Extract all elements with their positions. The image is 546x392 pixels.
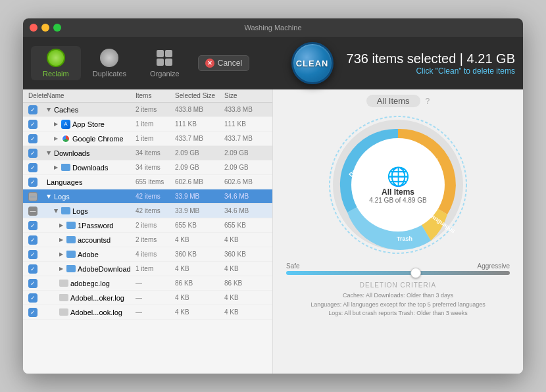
duplicates-label: Duplicates — [93, 70, 126, 78]
slider-track[interactable] — [286, 271, 510, 275]
expand-icon[interactable]: ▶ — [47, 151, 52, 155]
donut-chart: Caches Languages Downloads Trash 🌐 All I… — [326, 112, 470, 257]
row-items: 42 items — [136, 193, 175, 200]
row-checkbox[interactable]: — — [28, 192, 37, 201]
table-row[interactable]: — ▶ Logs 42 items 33.9 MB 34.6 MB — [23, 204, 272, 218]
row-checkbox-wrap: ✓ — [28, 134, 47, 143]
row-items: 42 items — [136, 207, 175, 214]
row-selsize: 2.09 GB — [175, 164, 224, 171]
row-size: 4 KB — [224, 294, 267, 301]
row-checkbox[interactable]: ✓ — [28, 134, 37, 143]
table-row[interactable]: ✓ Languages 655 items 602.6 MB 602.6 MB — [23, 175, 272, 189]
row-selsize: 433.8 MB — [175, 106, 224, 113]
row-name-cell: ▶ Downloads — [47, 164, 136, 172]
organize-icon — [155, 49, 174, 67]
clean-button[interactable]: CLEAN — [291, 42, 334, 84]
selsize-col-label: Selected Size — [175, 92, 215, 99]
row-checkbox-wrap: ✓ — [28, 235, 47, 245]
row-selsize: 4 KB — [175, 236, 224, 243]
table-row[interactable]: — ▶ Logs 42 items 33.9 MB 34.6 MB — [23, 189, 272, 204]
row-checkbox[interactable]: ✓ — [28, 235, 37, 245]
clean-button-wrap: CLEAN — [291, 42, 334, 84]
row-checkbox-wrap: ✓ — [28, 163, 47, 172]
globe-icon: 🌐 — [369, 166, 426, 187]
expand-icon[interactable]: ▶ — [53, 209, 59, 213]
row-selsize: 4 KB — [175, 294, 224, 301]
col-selsize-header: Selected Size — [175, 92, 224, 99]
row-checkbox-wrap: ✓ — [28, 293, 47, 303]
col-delete-header: Delete — [28, 92, 47, 99]
row-checkbox[interactable]: — — [28, 207, 37, 216]
row-checkbox-wrap: ✓ — [28, 105, 47, 114]
duplicates-icon — [100, 49, 118, 67]
table-row[interactable]: ✓ ▶ Adobe 4 items 360 KB 360 KB — [23, 247, 272, 262]
table-row[interactable]: ✓ ▶ 1Password 2 items 655 KB 655 KB — [23, 218, 272, 233]
chrome-icon — [61, 134, 70, 143]
duplicates-button[interactable]: Duplicates — [81, 46, 138, 80]
reclaim-button[interactable]: Reclaim — [31, 46, 81, 80]
table-row[interactable]: ✓ ▶ Downloads 34 items 2.09 GB 2.09 GB — [23, 146, 272, 160]
table-row[interactable]: ✓ ▶ accountsd 2 items 4 KB 4 KB — [23, 233, 272, 247]
row-checkbox[interactable]: ✓ — [28, 308, 37, 317]
expand-icon: ▶ — [59, 222, 63, 228]
row-items: 4 items — [136, 251, 175, 258]
table-row[interactable]: ✓ ▶ Downloads 34 items 2.09 GB 2.09 GB — [23, 160, 272, 175]
help-icon[interactable]: ? — [426, 97, 430, 106]
deletion-criteria-title: DELETION CRITERIA — [310, 280, 485, 290]
close-button[interactable] — [30, 24, 37, 32]
expand-icon[interactable]: ▶ — [47, 195, 52, 199]
slider-aggressive-label: Aggressive — [478, 262, 510, 270]
slider-thumb[interactable] — [410, 268, 421, 278]
row-checkbox-wrap: — — [28, 192, 47, 201]
row-checkbox[interactable]: ✓ — [28, 250, 37, 259]
row-selsize: 111 KB — [175, 120, 224, 128]
size-col-label: Size — [224, 92, 237, 99]
minimize-button[interactable] — [41, 24, 49, 32]
table-row[interactable]: ✓ ▶ A App Store 1 item 111 KB 111 KB — [23, 117, 272, 132]
row-checkbox[interactable]: ✓ — [28, 120, 37, 129]
row-name-cell: ▶ Adobe — [47, 251, 136, 258]
row-name-cell: ▶ AdobeDownload — [47, 265, 136, 273]
row-checkbox[interactable]: ✓ — [28, 105, 37, 114]
row-name: Logs — [54, 193, 70, 201]
row-selsize: 86 KB — [175, 280, 224, 287]
table-row[interactable]: ✓ ▶ Caches 2 items 433.8 MB 433.8 MB — [23, 103, 272, 117]
donut-center: 🌐 All Items 4.21 GB of 4.89 GB — [369, 166, 426, 204]
folder-icon — [66, 251, 76, 258]
row-checkbox-wrap: — — [28, 207, 47, 216]
cancel-x-icon: ✕ — [205, 59, 214, 68]
reclaim-icon — [47, 49, 65, 67]
row-selsize: 33.9 MB — [175, 193, 224, 200]
slider-safe-label: Safe — [286, 262, 300, 270]
toolbar: Reclaim Duplicates Organize ✕ Cancel CLE… — [23, 37, 523, 89]
row-checkbox[interactable]: ✓ — [28, 221, 37, 230]
table-row[interactable]: ✓ ▶ Google Chrome 1 item 433.7 MB 433.7 … — [23, 132, 272, 146]
row-checkbox[interactable]: ✓ — [28, 163, 37, 172]
row-size: 2.09 GB — [224, 164, 267, 171]
expand-icon[interactable]: ▶ — [47, 108, 52, 112]
table-row[interactable]: ✓ adobegc.log — 86 KB 86 KB — [23, 276, 272, 291]
row-checkbox-wrap: ✓ — [28, 264, 47, 274]
deletion-criteria-text: Caches: All Downloads: Older than 3 days… — [310, 291, 485, 318]
row-name: Caches — [54, 106, 78, 114]
cancel-button[interactable]: ✕ Cancel — [198, 55, 249, 71]
maximize-button[interactable] — [53, 24, 61, 32]
row-name-cell: ▶ Downloads — [47, 149, 136, 157]
organize-button[interactable]: Organize — [138, 46, 191, 80]
row-size: 2.09 GB — [224, 149, 267, 157]
row-checkbox[interactable]: ✓ — [28, 149, 37, 158]
row-selsize: 433.7 MB — [175, 135, 224, 142]
row-name: Google Chrome — [72, 135, 124, 143]
row-checkbox[interactable]: ✓ — [28, 293, 37, 303]
row-checkbox[interactable]: ✓ — [28, 264, 37, 274]
row-checkbox[interactable]: ✓ — [28, 279, 37, 288]
row-size: 4 KB — [224, 236, 267, 243]
table-row[interactable]: ✓ Adobel...ook.log — 4 KB 4 KB — [23, 305, 272, 320]
row-selsize: 4 KB — [175, 265, 224, 272]
row-checkbox-wrap: ✓ — [28, 149, 47, 158]
table-row[interactable]: ✓ ▶ AdobeDownload 1 item 4 KB 4 KB — [23, 262, 272, 276]
row-name-cell: Adobel...oker.log — [47, 294, 136, 302]
table-row[interactable]: ✓ Adobel...oker.log — 4 KB 4 KB — [23, 291, 272, 305]
row-checkbox-wrap: ✓ — [28, 308, 47, 317]
row-checkbox[interactable]: ✓ — [28, 178, 37, 187]
